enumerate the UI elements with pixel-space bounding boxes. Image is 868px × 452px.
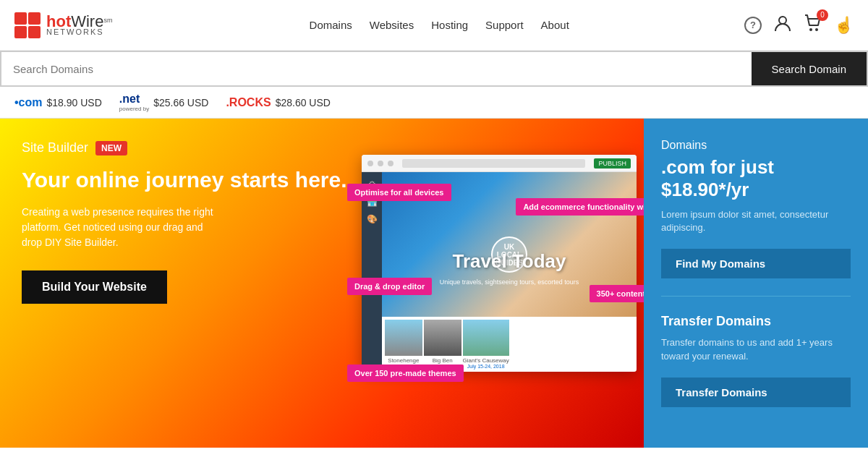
transfer-desc: Transfer domains to us and add 1+ years …	[661, 336, 851, 362]
thumb-bigben-img	[424, 320, 461, 356]
tld-rocks: .ROCKS $28.60 USD	[226, 96, 331, 109]
cart-badge: 0	[817, 9, 828, 21]
thumb-bigben: Big Ben July 15-24, 2018	[424, 320, 461, 369]
theme-icon: 🎨	[367, 214, 378, 224]
help-icon[interactable]: ?	[744, 17, 762, 34]
nav-about[interactable]: About	[541, 19, 569, 31]
domains-price: .com for just $18.90*/yr	[661, 156, 851, 201]
search-input[interactable]	[1, 52, 752, 85]
tld-net-powered: powered by	[119, 106, 149, 112]
thumb-stonehenge-img	[385, 320, 422, 356]
cart-icon[interactable]: 0	[804, 14, 822, 37]
domains-section: Domains .com for just $18.90*/yr Lorem i…	[661, 139, 851, 278]
thumb-row: Stonehenge July 15-24, 2018 Big Ben July…	[382, 317, 637, 372]
address-bar	[402, 159, 585, 168]
svg-point-0	[779, 17, 786, 24]
logo-square-tl	[14, 12, 27, 25]
tld-com: •com $18.90 USD	[14, 96, 102, 109]
new-badge: NEW	[95, 141, 127, 155]
logo-squares	[14, 12, 41, 38]
thumb-stonehenge-label: Stonehenge	[385, 357, 422, 364]
logo-sm: sm	[103, 17, 112, 24]
search-button[interactable]: Search Domain	[752, 52, 867, 85]
logo-square-tr	[28, 12, 41, 25]
browser-bar: PUBLISH	[362, 155, 637, 172]
tld-com-label: •com	[14, 96, 43, 109]
domains-title: Domains	[661, 139, 851, 152]
nav-websites[interactable]: Websites	[370, 19, 414, 31]
logo-networks: NETWORKS	[46, 28, 112, 36]
thumb-bigben-label: Big Ben	[424, 357, 461, 364]
thumb-causeway: Giant's Causeway July 15-24, 2018	[463, 320, 509, 369]
hero-left: Site Builder NEW Your online journey sta…	[0, 119, 644, 448]
thumb-stonehenge: Stonehenge July 15-24, 2018	[385, 320, 422, 369]
logo-square-br	[28, 26, 41, 38]
travel-subtext: Unique travels, sightseeing tours, escor…	[440, 278, 579, 286]
thumb-causeway-date: July 15-24, 2018	[463, 364, 509, 369]
badge-ecommerce: Add ecommerce functionality with ease	[516, 198, 644, 216]
badge-optimise: Optimise for all devices	[347, 184, 451, 201]
site-builder-text: Site Builder	[22, 140, 88, 155]
nav-hosting[interactable]: Hosting	[431, 19, 468, 31]
divider	[661, 296, 851, 297]
transfer-section: Transfer Domains Transfer domains to us …	[661, 314, 851, 406]
cursor-pointer-icon: ☝️	[834, 16, 854, 35]
tld-rocks-label: .ROCKS	[226, 96, 271, 109]
logo-square-bl	[14, 26, 27, 38]
transfer-title: Transfer Domains	[661, 314, 851, 329]
tld-bar: •com $18.90 USD .net powered by $25.66 U…	[0, 87, 868, 119]
nav-domains[interactable]: Domains	[310, 19, 352, 31]
badge-content: 350+ content blocks	[590, 285, 644, 302]
build-website-button[interactable]: Build Your Website	[22, 270, 167, 304]
transfer-domains-button[interactable]: Transfer Domains	[661, 378, 851, 407]
main-nav: Domains Websites Hosting Support About	[310, 19, 569, 31]
badge-drag: Drag & drop editor	[347, 278, 432, 295]
tld-com-price: $18.90 USD	[47, 97, 102, 108]
logo-text: hotWiresm NETWORKS	[46, 14, 112, 36]
svg-point-1	[809, 28, 812, 31]
header: hotWiresm NETWORKS Domains Websites Host…	[0, 0, 868, 51]
browser-dot-3	[388, 161, 393, 166]
sidebar-icons: ⚙ 🏪 🎨	[362, 172, 382, 372]
travel-main-text: Travel Today	[452, 250, 566, 273]
browser-dot-1	[367, 161, 373, 166]
tld-net-price: $25.66 USD	[153, 97, 208, 108]
domains-desc: Lorem ipsum dolor sit amet, consectetur …	[661, 208, 851, 234]
hero-section: Site Builder NEW Your online journey sta…	[0, 119, 868, 448]
hero-right: Domains .com for just $18.90*/yr Lorem i…	[644, 119, 868, 448]
user-icon[interactable]	[773, 14, 792, 37]
nav-support[interactable]: Support	[485, 19, 524, 31]
search-bar: Search Domain	[0, 51, 868, 87]
tld-net: .net powered by $25.66 USD	[119, 93, 209, 112]
thumb-causeway-label: Giant's Causeway	[463, 357, 509, 364]
svg-point-2	[815, 28, 818, 31]
logo-area: hotWiresm NETWORKS	[14, 12, 112, 38]
thumb-causeway-img	[463, 320, 509, 356]
hero-description: Creating a web presence requires the rig…	[22, 205, 224, 250]
badge-themes: Over 150 pre-made themes	[347, 364, 464, 382]
tld-rocks-price: $28.60 USD	[276, 97, 331, 108]
header-right: ? 0 ☝️	[744, 14, 854, 37]
browser-dot-2	[378, 161, 383, 166]
preview-area: PUBLISH ⚙ 🏪 🎨 UKLOCALGUIDES Travel Today	[347, 140, 644, 415]
publish-btn: PUBLISH	[594, 158, 631, 169]
find-domains-button[interactable]: Find My Domains	[661, 249, 851, 278]
tld-net-label: .net	[119, 93, 140, 105]
